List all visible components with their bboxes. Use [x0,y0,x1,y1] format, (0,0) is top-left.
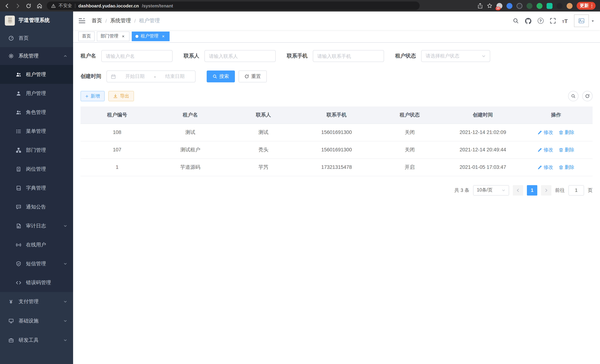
breadcrumb-home[interactable]: 首页 [92,18,102,24]
edit-link[interactable]: 修改 [538,164,553,170]
gear-icon [8,53,14,59]
sidebar-item-label: 审计日志 [26,223,46,229]
export-button[interactable]: 导出 [108,91,134,101]
sidebar-item-role[interactable]: 角色管理 [0,103,73,122]
update-button[interactable]: 更新 [576,2,596,10]
help-icon[interactable]: ? [537,18,544,24]
logo[interactable]: 芋道管理系统 [0,11,73,29]
prev-page-button[interactable] [513,185,523,195]
font-size-icon[interactable]: TT [562,18,568,24]
browser-menu-icon[interactable] [591,4,592,8]
goto-page-input[interactable] [568,185,584,195]
sidebar-item-dev-tools[interactable]: 研发工具 [0,331,73,350]
avatar[interactable] [574,14,589,27]
forward-icon[interactable] [15,3,20,8]
extension-icon-5[interactable] [536,3,542,9]
calendar-icon [111,74,116,79]
sidebar-item-infrastructure[interactable]: 基础设施 [0,311,73,331]
tab-label: 首页 [82,33,91,39]
tenant-name-field[interactable] [101,50,173,62]
date-range-picker[interactable]: 开始日期 - 结束日期 [106,71,196,82]
next-page-button[interactable] [541,185,551,195]
sidebar-item-menu[interactable]: 菜单管理 [0,122,73,141]
fullscreen-icon[interactable] [550,18,556,24]
sidebar-item-home[interactable]: 首页 [0,29,73,47]
sidebar-item-audit-log[interactable]: 审计日志 [0,216,73,235]
end-date-placeholder[interactable]: 结束日期 [159,73,191,80]
sidebar-item-dept[interactable]: 部门管理 [0,141,73,159]
user-menu[interactable] [574,14,594,27]
refresh-icon [244,74,249,79]
table-cell: 2021-12-14 20:49:44 [446,141,519,159]
edit-link[interactable]: 修改 [538,129,553,136]
delete-link[interactable]: 删除 [559,146,574,153]
breadcrumb: 首页 / 系统管理 / 租户管理 [92,18,160,24]
url-path[interactable]: /system/tenant [142,3,173,8]
sidebar-item-notice[interactable]: 通知公告 [0,197,73,216]
close-icon[interactable]: × [121,34,126,39]
roles-icon [16,110,21,115]
delete-link[interactable]: 删除 [559,164,574,170]
goto-label: 前往 [555,187,565,194]
sidebar-item-post[interactable]: 岗位管理 [0,159,73,178]
search-icon[interactable] [513,18,519,24]
reset-button[interactable]: 重置 [239,71,267,82]
sidebar-item-payment[interactable]: ¥ 支付管理 [0,292,73,311]
refresh-table-button[interactable] [582,91,593,101]
add-button[interactable]: + 新增 [81,91,105,101]
breadcrumb-system[interactable]: 系统管理 [110,18,131,24]
home-icon[interactable] [37,3,42,9]
sidebar-item-online-users[interactable]: 在线用户 [0,235,73,254]
chevron-down-icon [64,262,67,265]
page-size-select[interactable]: 10条/页 [473,185,509,195]
github-icon[interactable] [525,18,531,24]
toggle-search-button[interactable] [568,91,579,101]
delete-link[interactable]: 删除 [559,129,574,136]
refresh-icon[interactable] [26,3,31,8]
table-cell: 测试 [227,123,300,141]
contact-field[interactable] [205,50,276,62]
tenant-page: 租户名 联系人 联系手机 [73,43,600,364]
contact-input[interactable] [209,53,271,59]
extension-icon-3[interactable] [516,3,522,9]
sidebar-item-tenant[interactable]: 租户管理 [0,65,73,84]
bookmark-star-icon[interactable] [487,3,492,9]
share-icon[interactable] [477,3,483,9]
sidebar-collapse-icon[interactable] [79,18,85,24]
extension-icon-2[interactable] [506,3,512,9]
security-label[interactable]: 不安全 [59,3,72,9]
phone-field[interactable] [313,50,384,62]
sidebar-item-label: 支付管理 [19,298,38,305]
tab-tenant[interactable]: 租户管理× [132,31,169,41]
url-host[interactable]: dashboard.yudao.iocoder.cn [78,3,139,8]
start-date-placeholder[interactable]: 开始日期 [119,73,151,80]
address-bar[interactable]: 不安全 dashboard.yudao.iocoder.cn/system/te… [47,1,420,10]
tab-dept[interactable]: 部门管理× [97,31,130,41]
sidebar-item-error-code[interactable]: 错误码管理 [0,273,73,292]
search-button[interactable]: 搜索 [207,71,235,82]
back-icon[interactable] [4,3,10,8]
sidebar-item-dict[interactable]: 字典管理 [0,178,73,197]
status-select[interactable]: 请选择租户状态 [421,50,490,62]
sidebar-item-user[interactable]: 用户管理 [0,84,73,103]
phone-input[interactable] [317,53,380,59]
tab-home[interactable]: 首页 [78,31,95,41]
profile-avatar[interactable] [566,3,572,9]
extension-icon-1[interactable]: 10 [496,3,502,9]
close-icon[interactable]: × [161,34,166,39]
document-edit-icon [16,223,21,228]
export-button-label: 导出 [120,93,129,99]
extension-icon-6[interactable] [546,3,552,9]
add-button-label: 新增 [91,93,100,99]
dashboard-icon [8,36,14,41]
delete-label: 删除 [565,146,574,153]
tenant-name-input[interactable] [106,53,168,59]
extension-icon-4[interactable] [526,3,532,9]
table-cell: 1 [81,159,154,176]
edit-link[interactable]: 修改 [538,146,553,153]
extension-icon-7[interactable] [556,3,562,9]
sidebar-item-system[interactable]: 系统管理 [0,47,73,65]
plus-icon: + [85,93,88,99]
sidebar-item-sms[interactable]: 短信管理 [0,254,73,273]
page-number-button[interactable]: 1 [527,185,537,195]
